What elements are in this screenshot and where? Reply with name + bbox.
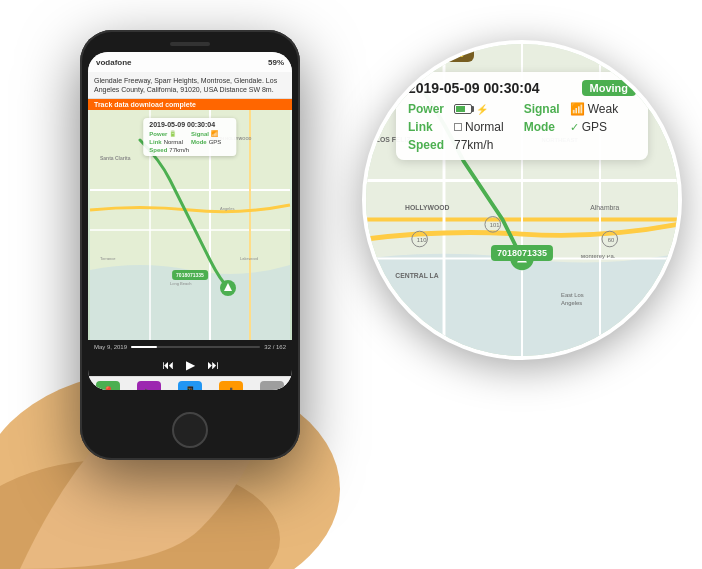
zoom-mode-value: ✓ GPS	[570, 120, 607, 134]
truck-marker: 7018071335	[172, 270, 208, 280]
replay-icon: ▶	[137, 381, 161, 390]
svg-text:Lakewood: Lakewood	[240, 256, 258, 261]
zoom-speed-label: Speed	[408, 138, 448, 152]
zoom-signal-value: 📶 Weak	[570, 102, 618, 116]
phone-controls: ⏮ ▶ ⏭	[88, 354, 292, 376]
zoom-speed-value: 77km/h	[454, 138, 493, 152]
zoom-signal-label: Signal	[524, 102, 564, 116]
zoom-track-banner: d complete	[396, 44, 474, 62]
phone-address: Glendale Freeway, Sparr Heights, Montros…	[88, 72, 292, 99]
phone-progress: May 9, 2019 32 / 162	[88, 340, 292, 354]
svg-text:60: 60	[608, 237, 615, 243]
phone-track-banner: Track data download complete	[88, 99, 292, 110]
svg-text:Angeles: Angeles	[561, 300, 582, 306]
phone-status-bar: vodafone 59%	[88, 52, 292, 72]
battery-label: 59%	[268, 58, 284, 67]
svg-text:East Los: East Los	[561, 293, 584, 299]
zoom-datetime: 2019-05-09 00:30:04	[408, 80, 540, 96]
phone-map: Santa Clarita NORTH HOLLYWOOD Angeles To…	[88, 110, 292, 340]
menu-icon: ···	[260, 381, 284, 390]
svg-text:Long Beach: Long Beach	[170, 281, 191, 286]
zoom-circle: LOS FELIZ NORTHEAST HOLLYWOOD CENTRAL LA…	[362, 40, 682, 360]
carrier-label: vodafone	[96, 58, 132, 67]
skip-back-button[interactable]: ⏮	[162, 358, 174, 372]
zoom-power-value: ⚡	[454, 104, 488, 115]
svg-text:Monterey Pa.: Monterey Pa.	[581, 253, 616, 259]
nav-menu[interactable]: ··· Menu	[260, 381, 284, 390]
phone-info-overlay: 2019-05-09 00:30:04 Power 🔋 Signal 📶 Lin…	[143, 118, 236, 156]
zoom-mode-label: Mode	[524, 120, 564, 134]
phone-screen: vodafone 59% Glendale Freeway, Sparr Hei…	[88, 52, 292, 390]
zoom-status-badge: Moving	[582, 80, 637, 96]
skip-forward-button[interactable]: ⏭	[207, 358, 219, 372]
svg-text:Torrance: Torrance	[100, 256, 116, 261]
phone-speaker	[170, 42, 210, 46]
svg-text:101: 101	[490, 222, 500, 228]
phone-nav: 📍 Position ▶ Replay 📱 Device ⬇ log ···	[88, 376, 292, 390]
progress-bar[interactable]	[131, 346, 260, 348]
zoom-link-value: Normal	[454, 120, 504, 134]
phone: vodafone 59% Glendale Freeway, Sparr Hei…	[80, 30, 300, 460]
zoom-truck-marker: 7018071335	[491, 245, 553, 261]
zoom-link-label: Link	[408, 120, 448, 134]
svg-text:HOLLYWOOD: HOLLYWOOD	[405, 204, 449, 211]
progress-position: 32 / 162	[264, 344, 286, 350]
nav-device[interactable]: 📱 Device	[178, 381, 202, 390]
device-icon: 📱	[178, 381, 202, 390]
play-button[interactable]: ▶	[186, 358, 195, 372]
zoom-info-panel: 2019-05-09 00:30:04 Moving Power ⚡	[396, 72, 648, 160]
nav-log[interactable]: ⬇ log	[219, 381, 243, 390]
svg-text:Angeles: Angeles	[220, 206, 234, 211]
nav-replay[interactable]: ▶ Replay	[137, 381, 161, 390]
svg-text:110: 110	[417, 237, 428, 243]
zoom-power-label: Power	[408, 102, 448, 116]
position-icon: 📍	[96, 381, 120, 390]
svg-text:Santa Clarita: Santa Clarita	[100, 155, 131, 161]
phone-home-button[interactable]	[172, 412, 208, 448]
svg-text:CENTRAL LA: CENTRAL LA	[395, 272, 438, 279]
log-icon: ⬇	[219, 381, 243, 390]
nav-position[interactable]: 📍 Position	[96, 381, 120, 390]
progress-date: May 9, 2019	[94, 344, 127, 350]
svg-text:Alhambra: Alhambra	[590, 204, 619, 211]
